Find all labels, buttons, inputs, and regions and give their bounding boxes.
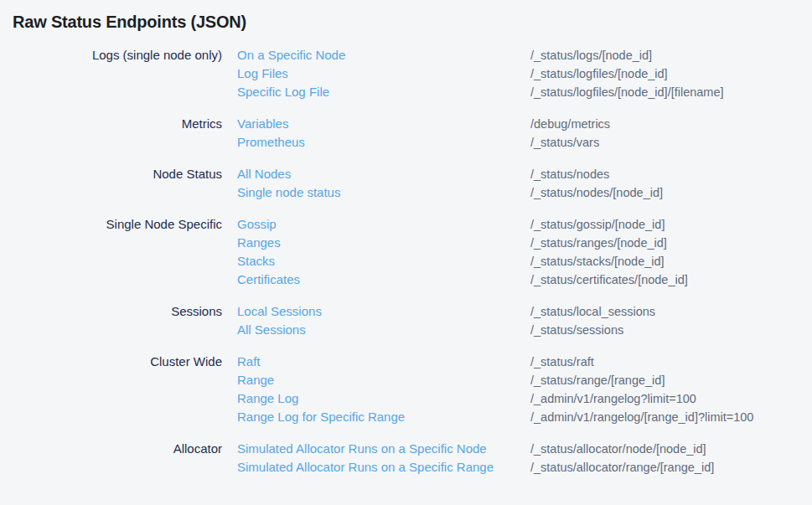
endpoint-path: /_admin/v1/rangelog/[range_id]?limit=100 — [530, 408, 753, 426]
endpoint-link[interactable]: On a Specific Node — [237, 46, 530, 64]
endpoint-row: Variables/debug/metrics — [237, 115, 610, 133]
endpoint-link[interactable]: Ranges — [237, 234, 530, 252]
endpoint-path: /_status/logfiles/[node_id] — [530, 64, 668, 83]
endpoint-link[interactable]: Stacks — [237, 252, 530, 271]
endpoint-link[interactable]: Gossip — [237, 215, 530, 234]
endpoint-path: /_status/gossip/[node_id] — [530, 215, 665, 234]
endpoint-group-label: Single Node Specific — [13, 215, 222, 289]
endpoint-rows: On a Specific Node/_status/logs/[node_id… — [237, 46, 724, 101]
endpoint-link[interactable]: Raft — [237, 353, 530, 371]
endpoint-group: MetricsVariables/debug/metricsPrometheus… — [13, 115, 812, 152]
endpoint-rows: Variables/debug/metricsPrometheus/_statu… — [237, 115, 610, 152]
endpoint-path: /_admin/v1/rangelog?limit=100 — [530, 389, 696, 408]
endpoint-rows: Raft/_status/raftRange/_status/range/[ra… — [237, 353, 753, 426]
endpoint-path: /_status/allocator/node/[node_id] — [530, 440, 706, 458]
endpoint-link[interactable]: All Sessions — [237, 321, 530, 339]
endpoint-path: /_status/raft — [530, 353, 594, 371]
debug-page: { "page": { "title": "Raw Status Endpoin… — [0, 0, 812, 505]
endpoint-group: AllocatorSimulated Allocator Runs on a S… — [13, 440, 812, 477]
endpoint-path: /_status/vars — [530, 133, 599, 152]
endpoint-link[interactable]: Specific Log File — [237, 83, 530, 101]
endpoint-group-label: Cluster Wide — [13, 353, 222, 426]
endpoint-link[interactable]: Variables — [237, 115, 530, 133]
endpoint-group-label: Metrics — [13, 115, 222, 152]
endpoint-row: Raft/_status/raft — [237, 353, 753, 371]
endpoint-row: Range Log for Specific Range/_admin/v1/r… — [237, 408, 753, 426]
endpoint-row: Log Files/_status/logfiles/[node_id] — [237, 64, 724, 83]
endpoint-row: All Nodes/_status/nodes — [237, 165, 663, 183]
endpoint-row: On a Specific Node/_status/logs/[node_id… — [237, 46, 724, 64]
endpoint-path: /_status/ranges/[node_id] — [530, 234, 667, 252]
endpoint-path: /_status/logs/[node_id] — [530, 46, 652, 64]
endpoint-link[interactable]: Certificates — [237, 271, 530, 289]
endpoint-link[interactable]: Prometheus — [237, 133, 530, 152]
endpoint-path: /_status/local_sessions — [530, 302, 655, 321]
endpoint-link[interactable]: Range Log — [237, 389, 530, 408]
endpoint-link[interactable]: Range Log for Specific Range — [237, 408, 530, 426]
endpoint-group: Node StatusAll Nodes/_status/nodesSingle… — [13, 165, 812, 202]
endpoint-link[interactable]: Log Files — [237, 64, 530, 83]
endpoint-group: Logs (single node only)On a Specific Nod… — [13, 46, 812, 101]
endpoint-row: Simulated Allocator Runs on a Specific N… — [237, 440, 714, 458]
endpoint-row: Certificates/_status/certificates/[node_… — [237, 271, 688, 289]
endpoint-row: Gossip/_status/gossip/[node_id] — [237, 215, 688, 234]
endpoint-group-label: Logs (single node only) — [13, 46, 222, 101]
endpoint-row: All Sessions/_status/sessions — [237, 321, 655, 339]
endpoint-link[interactable]: Simulated Allocator Runs on a Specific R… — [237, 458, 530, 477]
endpoint-row: Specific Log File/_status/logfiles/[node… — [237, 83, 724, 101]
endpoint-row: Single node status/_status/nodes/[node_i… — [237, 183, 663, 202]
endpoint-rows: Simulated Allocator Runs on a Specific N… — [237, 440, 714, 477]
endpoint-path: /_status/nodes/[node_id] — [530, 183, 663, 202]
endpoint-link[interactable]: All Nodes — [237, 165, 530, 183]
endpoint-path: /_status/allocator/range/[range_id] — [530, 458, 714, 477]
endpoint-row: Stacks/_status/stacks/[node_id] — [237, 252, 688, 271]
endpoint-group: Single Node SpecificGossip/_status/gossi… — [13, 215, 812, 289]
endpoint-path: /_status/range/[range_id] — [530, 371, 665, 389]
endpoints-table: Logs (single node only)On a Specific Nod… — [13, 46, 812, 477]
endpoint-rows: Gossip/_status/gossip/[node_id]Ranges/_s… — [237, 215, 688, 289]
endpoint-link[interactable]: Range — [237, 371, 530, 389]
endpoint-group-label: Node Status — [13, 165, 222, 202]
endpoint-group: Cluster WideRaft/_status/raftRange/_stat… — [13, 353, 812, 426]
endpoint-path: /_status/nodes — [530, 165, 609, 183]
endpoint-group-label: Sessions — [13, 302, 222, 339]
endpoint-group-label: Allocator — [13, 440, 222, 477]
endpoint-row: Ranges/_status/ranges/[node_id] — [237, 234, 688, 252]
page-title: Raw Status Endpoints (JSON) — [13, 11, 812, 33]
endpoint-rows: All Nodes/_status/nodesSingle node statu… — [237, 165, 663, 202]
endpoint-row: Local Sessions/_status/local_sessions — [237, 302, 655, 321]
endpoint-rows: Local Sessions/_status/local_sessionsAll… — [237, 302, 655, 339]
endpoint-group: SessionsLocal Sessions/_status/local_ses… — [13, 302, 812, 339]
page: Raw Status Endpoints (JSON) Logs (single… — [0, 0, 812, 477]
endpoint-path: /debug/metrics — [530, 115, 610, 133]
endpoint-link[interactable]: Single node status — [237, 183, 530, 202]
endpoint-path: /_status/sessions — [530, 321, 623, 339]
endpoint-link[interactable]: Simulated Allocator Runs on a Specific N… — [237, 440, 530, 458]
endpoint-row: Prometheus/_status/vars — [237, 133, 610, 152]
endpoint-path: /_status/stacks/[node_id] — [530, 252, 665, 271]
endpoint-path: /_status/logfiles/[node_id]/[filename] — [530, 83, 724, 101]
endpoint-row: Range Log/_admin/v1/rangelog?limit=100 — [237, 389, 753, 408]
endpoint-path: /_status/certificates/[node_id] — [530, 271, 688, 289]
endpoint-row: Range/_status/range/[range_id] — [237, 371, 753, 389]
endpoint-row: Simulated Allocator Runs on a Specific R… — [237, 458, 714, 477]
endpoint-link[interactable]: Local Sessions — [237, 302, 530, 321]
